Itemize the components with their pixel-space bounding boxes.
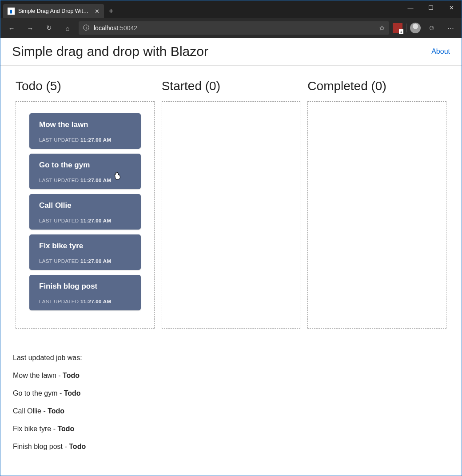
window-controls: ― ☐ ✕: [400, 0, 462, 15]
job-card-title: Go to the gym: [39, 161, 131, 170]
more-menu-icon[interactable]: ⋯: [443, 20, 458, 36]
dropzone-completed[interactable]: [307, 101, 446, 329]
home-button[interactable]: ⌂: [60, 20, 75, 36]
job-card-title: Finish blog post: [39, 282, 131, 291]
site-info-icon[interactable]: ⓘ: [83, 24, 89, 32]
new-tab-button[interactable]: +: [104, 4, 118, 18]
summary-item: Go to the gym - Todo: [13, 389, 449, 397]
summary-item: Fix bike tyre - Todo: [13, 425, 449, 433]
refresh-button[interactable]: ↻: [41, 20, 56, 36]
tab-strip: ▮ Simple Drag And Drop With Blaz ✕ + ― ☐…: [0, 0, 462, 18]
back-button[interactable]: ←: [4, 20, 19, 36]
column-title: Todo (5): [16, 79, 155, 93]
favicon-icon: ▮: [8, 8, 15, 15]
column-title: Started (0): [162, 79, 301, 93]
column-started: Started (0): [162, 79, 301, 329]
dropzone-started[interactable]: [162, 101, 301, 329]
job-card[interactable]: Call OllieLAST UPDATED 11:27.00 AM: [29, 194, 141, 230]
job-card[interactable]: Go to the gymLAST UPDATED 11:27.00 AM: [29, 154, 141, 189]
browser-tab[interactable]: ▮ Simple Drag And Drop With Blaz ✕: [3, 4, 104, 18]
favorite-icon[interactable]: ✩: [379, 24, 385, 32]
profile-avatar[interactable]: [410, 23, 421, 33]
tab-close-icon[interactable]: ✕: [95, 8, 100, 15]
kanban-board: Todo (5) Mow the lawnLAST UPDATED 11:27.…: [0, 66, 462, 337]
page-content: Simple drag and drop with Blazor About T…: [0, 38, 462, 451]
maximize-button[interactable]: ☐: [421, 0, 441, 15]
extension-icon[interactable]: 1: [393, 23, 402, 33]
summary-heading: Last updated job was:: [13, 354, 449, 362]
forward-button[interactable]: →: [23, 20, 38, 36]
job-card-meta: LAST UPDATED 11:27.00 AM: [39, 258, 131, 264]
job-card-meta: LAST UPDATED 11:27.00 AM: [39, 218, 131, 223]
job-card-title: Call Ollie: [39, 201, 131, 210]
job-card-title: Mow the lawn: [39, 120, 131, 129]
minimize-button[interactable]: ―: [400, 0, 421, 15]
tab-title: Simple Drag And Drop With Blaz: [18, 8, 89, 14]
job-card-meta: LAST UPDATED 11:27.00 AM: [39, 137, 131, 143]
about-link[interactable]: About: [431, 48, 450, 56]
url-rest: :50042: [118, 24, 137, 32]
url-host: localhost: [94, 24, 118, 32]
summary-item: Call Ollie - Todo: [13, 407, 449, 415]
job-card-title: Fix bike tyre: [39, 242, 131, 250]
job-card[interactable]: Fix bike tyreLAST UPDATED 11:27.00 AM: [29, 234, 141, 270]
job-card-meta: LAST UPDATED 11:27.00 AM: [39, 299, 131, 304]
summary-item: Finish blog post - Todo: [13, 443, 449, 451]
extension-badge: 1: [399, 29, 403, 34]
close-window-button[interactable]: ✕: [441, 0, 462, 15]
page-title: Simple drag and drop with Blazor: [12, 44, 208, 59]
summary-section: Last updated job was: Mow the lawn - Tod…: [13, 343, 449, 451]
browser-toolbar: ← → ↻ ⌂ ⓘ localhost:50042 ✩ 1 ☺ ⋯: [0, 18, 462, 38]
summary-item: Mow the lawn - Todo: [13, 372, 449, 380]
column-title: Completed (0): [307, 79, 446, 93]
dropzone-todo[interactable]: Mow the lawnLAST UPDATED 11:27.00 AMGo t…: [16, 101, 155, 329]
browser-chrome: ▮ Simple Drag And Drop With Blaz ✕ + ― ☐…: [0, 0, 462, 38]
page-header: Simple drag and drop with Blazor About: [0, 38, 462, 66]
job-card[interactable]: Finish blog postLAST UPDATED 11:27.00 AM: [29, 275, 141, 310]
separator: [406, 24, 406, 32]
feedback-icon[interactable]: ☺: [424, 20, 439, 36]
column-completed: Completed (0): [307, 79, 446, 329]
column-todo: Todo (5) Mow the lawnLAST UPDATED 11:27.…: [16, 79, 155, 329]
grab-cursor-icon: [112, 171, 123, 182]
address-bar[interactable]: ⓘ localhost:50042 ✩: [79, 21, 389, 35]
job-card[interactable]: Mow the lawnLAST UPDATED 11:27.00 AM: [29, 113, 141, 149]
